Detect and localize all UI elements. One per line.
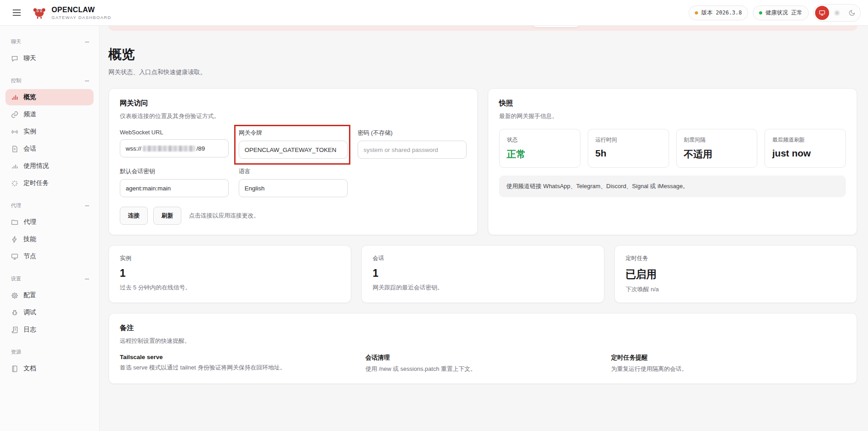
metric-label: 定时任务 [626,255,846,262]
version-value: 2026.3.8 [716,9,742,16]
password-input[interactable] [358,141,467,159]
section-label-control: 控制 [11,77,21,84]
note-session-cleanup: 会话清理 使用 /new 或 sessions.patch 重置上下文。 [365,354,600,374]
usage-chart-icon [11,162,19,170]
card-subtitle: 最新的网关握手信息。 [499,112,846,120]
language-label: 语言 [239,167,348,175]
sidebar-item-nodes[interactable]: 节点 [5,248,94,265]
card-title: 快照 [499,99,846,108]
sidebar-item-label: 代理 [24,218,36,226]
connect-hint: 点击连接以应用连接更改。 [189,212,259,220]
sidebar-item-overview[interactable]: 概览 [5,89,94,105]
metric-desc: 下次唤醒 n/a [626,285,846,294]
sidebar-item-cron[interactable]: 定时任务 [5,175,94,191]
sidebar-item-label: 配置 [24,291,36,299]
gateway-token-label: 网关令牌 [239,129,348,137]
note-desc: 首选 serve 模式以通过 tailnet 身份验证将网关保持在回环地址。 [120,364,354,372]
notes-card: 备注 远程控制设置的快速提醒。 Tailscale serve 首选 serve… [108,313,857,384]
password-label: 密码 (不存储) [358,129,467,137]
sidebar-item-instances[interactable]: 实例 [5,123,94,140]
gateway-token-input[interactable] [239,141,348,159]
card-title: 备注 [120,323,846,333]
sidebar-item-label: 会话 [24,145,36,153]
card-subtitle: 远程控制设置的快速提醒。 [120,337,846,345]
sidebar-item-label: 技能 [24,235,36,243]
chat-icon [11,55,19,62]
password-field: 密码 (不存储) [358,129,467,159]
stat-last-refresh: 最后频道刷新 just now [764,129,846,168]
sidebar-item-label: 概览 [24,93,36,101]
note-desc: 使用 /new 或 sessions.patch 重置上下文。 [365,365,600,374]
health-dot-icon [759,11,762,14]
metric-desc: 过去 5 分钟内的在线信号。 [120,284,340,292]
folder-icon [11,218,19,226]
version-label: 版本 [701,9,712,17]
stat-label: 刻度间隔 [684,136,750,144]
card-subtitle: 仪表板连接的位置及其身份验证方式。 [120,112,467,120]
brand-subtitle: GATEWAY DASHBOARD [52,15,111,20]
stat-tick-interval: 刻度间隔 不适用 [676,129,758,168]
session-key-input[interactable] [120,179,229,197]
sidebar-item-label: 文档 [24,365,36,373]
connect-button[interactable]: 连接 [120,207,148,225]
lightning-icon [11,236,19,243]
sidebar-item-debug[interactable]: 调试 [5,304,94,321]
bar-chart-icon [11,94,19,101]
sidebar-item-config[interactable]: 配置 [5,287,94,303]
sidebar-item-label: 频道 [24,110,36,118]
sidebar-item-skills[interactable]: 技能 [5,231,94,247]
note-title: 定时任务提醒 [611,354,846,362]
gateway-token-field: 网关令牌 [239,129,348,159]
collapse-icon[interactable] [85,279,89,279]
brand: OPENCLAW GATEWAY DASHBOARD [32,5,111,20]
sidebar-item-docs[interactable]: 文档 [5,360,94,377]
refresh-button[interactable]: 刷新 [153,207,181,225]
url-prefix: wss:// [126,145,142,152]
collapse-icon[interactable] [85,205,89,206]
section-label-resources: 资源 [11,349,21,355]
stat-value: 5h [595,148,661,159]
book-icon [11,365,19,373]
gear-icon [11,292,19,299]
theme-system-button[interactable] [815,6,829,20]
stat-label: 状态 [507,136,573,144]
metric-value: 已启用 [626,267,846,281]
theme-dark-button[interactable] [845,6,859,20]
sidebar-item-usage[interactable]: 使用情况 [5,158,94,174]
health-label: 健康状况 [765,9,788,17]
websocket-url-input[interactable]: wss:///89 [120,139,229,157]
sidebar-item-label: 使用情况 [24,162,49,170]
snapshot-card: 快照 最新的网关握手信息。 状态 正常 运行时间 5h 刻度间隔 不适用 最后频… [488,88,857,235]
monitor-icon [819,9,826,16]
theme-light-button[interactable] [830,6,844,20]
brand-title: OPENCLAW [52,6,111,14]
sidebar-item-sessions[interactable]: 会话 [5,141,94,157]
metric-label: 会话 [373,255,593,262]
page-subtitle: 网关状态、入口点和快速健康读取。 [108,68,857,76]
lobster-logo-icon [32,5,47,20]
section-label-agents: 代理 [11,202,21,209]
session-key-label: 默认会话密钥 [120,167,229,175]
websocket-url-label: WebSocket URL [120,129,229,136]
note-cron-reminder: 定时任务提醒 为重复运行使用隔离的会话。 [611,354,846,374]
stat-label: 运行时间 [595,136,661,144]
page-title: 概览 [108,46,857,64]
note-title: Tailscale serve [120,354,354,360]
sessions-metric-card: 会话 1 网关跟踪的最近会话密钥。 [361,245,604,303]
app-header: OPENCLAW GATEWAY DASHBOARD 版本 2026.3.8 健… [0,0,868,26]
stat-uptime: 运行时间 5h [588,129,669,168]
stat-label: 最后频道刷新 [772,136,838,144]
menu-button[interactable] [9,5,24,20]
bug-icon [11,309,19,317]
sidebar-item-logs[interactable]: 日志 [5,322,94,338]
sidebar-item-chat[interactable]: 聊天 [5,50,94,66]
collapse-icon[interactable] [85,42,89,43]
language-input[interactable] [239,179,348,197]
version-badge: 版本 2026.3.8 [689,5,748,20]
collapse-icon[interactable] [85,81,89,81]
url-suffix: /89 [197,145,205,152]
sidebar-item-channels[interactable]: 频道 [5,106,94,123]
spacer [358,167,467,197]
sidebar-item-agents[interactable]: 代理 [5,214,94,230]
language-field: 语言 [239,167,348,197]
